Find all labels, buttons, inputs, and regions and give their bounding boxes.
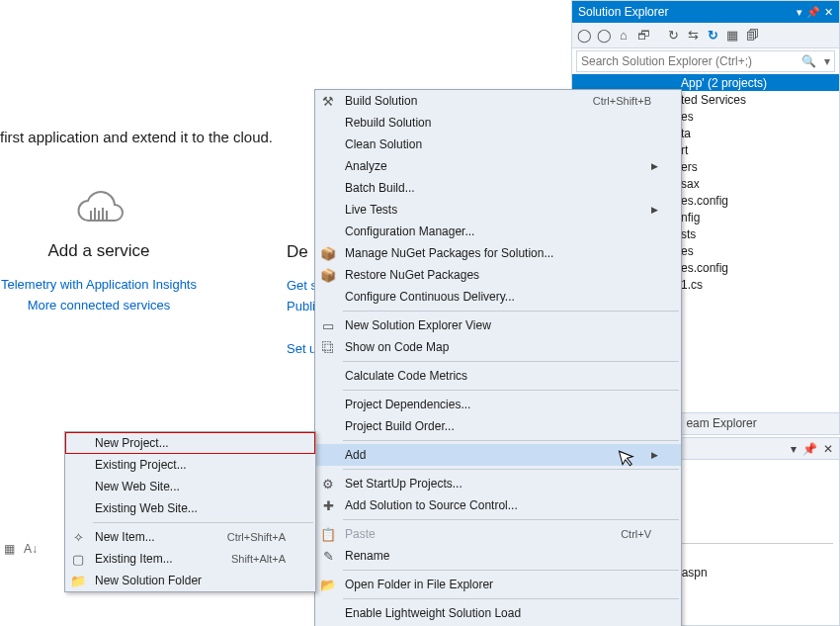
panel-dropdown-icon[interactable]: ▾: [791, 442, 797, 456]
menu-item-project-dependencies[interactable]: Project Dependencies...: [315, 394, 681, 415]
menu-item-manage-nuget-packages-for-solution[interactable]: 📦Manage NuGet Packages for Solution...: [315, 242, 681, 264]
add-submenu[interactable]: New Project...Existing Project...New Web…: [64, 431, 316, 592]
menu-separator: [93, 522, 313, 523]
search-icon[interactable]: 🔍: [798, 54, 820, 68]
menu-separator: [343, 570, 679, 571]
submenu-arrow-icon: ▶: [651, 161, 661, 171]
menu-item-clean-solution[interactable]: Clean Solution: [315, 134, 681, 155]
solution-explorer-toolbar: ◯ ◯ ⌂ 🗗 ↻ ⇆ ↻ ▦ 🗐: [572, 23, 839, 48]
menu-item-project-build-order[interactable]: Project Build Order...: [315, 415, 681, 437]
menu-label: New Solution Folder: [91, 574, 286, 587]
menu-item-analyze[interactable]: Analyze▶: [315, 155, 681, 177]
sync-active-icon[interactable]: ↻: [705, 28, 720, 44]
solution-context-menu[interactable]: ⚒Build SolutionCtrl+Shift+BRebuild Solut…: [314, 89, 682, 626]
menu-item-restore-nuget-packages[interactable]: 📦Restore NuGet Packages: [315, 264, 681, 286]
menu-label: Rebuild Solution: [341, 116, 651, 130]
menu-item-configure-continuous-delivery[interactable]: Configure Continuous Delivery...: [315, 286, 681, 308]
menu-item-calculate-code-metrics[interactable]: Calculate Code Metrics: [315, 365, 681, 387]
menu-separator: [343, 440, 679, 441]
collapse-icon[interactable]: ⇆: [685, 28, 701, 44]
menu-shortcut: Ctrl+V: [597, 528, 651, 540]
menu-item-show-on-code-map[interactable]: ⿻Show on Code Map: [315, 336, 681, 358]
menu-label: Restore NuGet Packages: [341, 268, 651, 282]
menu-item-build-solution[interactable]: ⚒Build SolutionCtrl+Shift+B: [315, 90, 681, 112]
show-all-icon[interactable]: ▦: [724, 28, 740, 44]
menu-label: Enable Lightweight Solution Load: [341, 606, 651, 620]
menu-label: New Web Site...: [91, 480, 286, 493]
build-icon: ⚒: [315, 94, 341, 109]
tab-team-explorer[interactable]: eam Explorer: [678, 413, 764, 434]
existing-item-icon: ▢: [65, 552, 91, 567]
menu-item-rename[interactable]: ✎Rename: [315, 545, 681, 567]
search-input[interactable]: [577, 54, 798, 68]
service-column: Add a service Telemetry with Application…: [0, 185, 198, 362]
sort-icon[interactable]: A↓: [24, 542, 40, 558]
close-icon[interactable]: ✕: [824, 6, 833, 19]
sync-icon[interactable]: 🗗: [635, 28, 651, 44]
menu-separator: [343, 311, 679, 312]
nuget-icon: 📦: [315, 246, 341, 261]
menu-label: Analyze: [341, 159, 651, 173]
pin-icon[interactable]: 📌: [806, 6, 820, 19]
bottom-toolbar: ▦ A↓: [4, 542, 40, 558]
menu-label: Existing Project...: [91, 458, 286, 472]
submenu-item-new-solution-folder[interactable]: 📁New Solution Folder: [65, 570, 315, 591]
menu-label: Paste: [341, 527, 597, 541]
menu-item-batch-build[interactable]: Batch Build...: [315, 177, 681, 199]
properties-icon[interactable]: 🗐: [744, 28, 760, 44]
back-icon[interactable]: ◯: [576, 28, 592, 44]
menu-label: Live Tests: [341, 203, 651, 217]
submenu-item-new-web-site[interactable]: New Web Site...: [65, 476, 315, 497]
menu-label: Configure Continuous Delivery...: [341, 290, 651, 304]
search-dropdown-icon[interactable]: ▾: [820, 54, 834, 68]
search-box[interactable]: 🔍 ▾: [576, 50, 835, 72]
menu-label: Existing Web Site...: [91, 501, 286, 515]
submenu-item-existing-project[interactable]: Existing Project...: [65, 454, 315, 476]
panel-dropdown-icon[interactable]: ▾: [797, 6, 802, 19]
menu-item-set-startup-projects[interactable]: ⚙Set StartUp Projects...: [315, 473, 681, 494]
menu-label: Open Folder in File Explorer: [341, 578, 651, 591]
menu-shortcut: Ctrl+Shift+A: [204, 531, 286, 543]
close-icon[interactable]: ✕: [823, 442, 833, 456]
menu-label: Show on Code Map: [341, 340, 651, 354]
view-icon: ▭: [315, 318, 341, 333]
submenu-item-new-project[interactable]: New Project...: [65, 432, 315, 454]
forward-icon[interactable]: ◯: [596, 28, 612, 44]
panel-title-bar: Solution Explorer ▾ 📌 ✕: [572, 1, 839, 23]
menu-item-new-solution-explorer-view[interactable]: ▭New Solution Explorer View: [315, 314, 681, 336]
menu-item-add[interactable]: Add▶: [315, 444, 681, 466]
menu-item-live-tests[interactable]: Live Tests▶: [315, 199, 681, 221]
menu-separator: [343, 390, 679, 391]
submenu-item-existing-web-site[interactable]: Existing Web Site...: [65, 497, 315, 519]
link-telemetry[interactable]: Telemetry with Application Insights: [0, 277, 198, 292]
menu-label: Existing Item...: [91, 552, 208, 566]
menu-item-rebuild-solution[interactable]: Rebuild Solution: [315, 112, 681, 134]
menu-label: Project Dependencies...: [341, 398, 651, 411]
menu-label: Rename: [341, 549, 651, 563]
paste-icon: 📋: [315, 527, 341, 542]
category-icon[interactable]: ▦: [4, 542, 20, 558]
menu-label: Configuration Manager...: [341, 224, 651, 238]
menu-item-add-solution-to-source-control[interactable]: ✚Add Solution to Source Control...: [315, 494, 681, 516]
scc-icon: ✚: [315, 498, 341, 513]
link-more-services[interactable]: More connected services: [0, 298, 198, 313]
menu-label: Manage NuGet Packages for Solution...: [341, 246, 651, 260]
menu-item-open-folder-in-file-explorer[interactable]: 📂Open Folder in File Explorer: [315, 574, 681, 595]
menu-label: Batch Build...: [341, 181, 651, 195]
menu-label: Clean Solution: [341, 137, 651, 151]
menu-separator: [343, 469, 679, 470]
cloud-icon: [0, 185, 198, 235]
menu-item-configuration-manager[interactable]: Configuration Manager...: [315, 221, 681, 242]
submenu-arrow-icon: ▶: [651, 450, 661, 460]
home-icon[interactable]: ⌂: [616, 28, 631, 44]
menu-item-paste[interactable]: 📋PasteCtrl+V: [315, 523, 681, 545]
menu-label: New Solution Explorer View: [341, 318, 651, 332]
submenu-item-new-item[interactable]: ✧New Item...Ctrl+Shift+A: [65, 526, 315, 548]
pin-icon[interactable]: 📌: [802, 442, 817, 456]
new-item-icon: ✧: [65, 530, 91, 545]
folder-icon: 📁: [65, 574, 91, 588]
refresh-icon[interactable]: ↻: [665, 28, 681, 44]
menu-item-enable-lightweight-solution-load[interactable]: Enable Lightweight Solution Load: [315, 602, 681, 624]
menu-separator: [343, 519, 679, 520]
submenu-item-existing-item[interactable]: ▢Existing Item...Shift+Alt+A: [65, 548, 315, 570]
